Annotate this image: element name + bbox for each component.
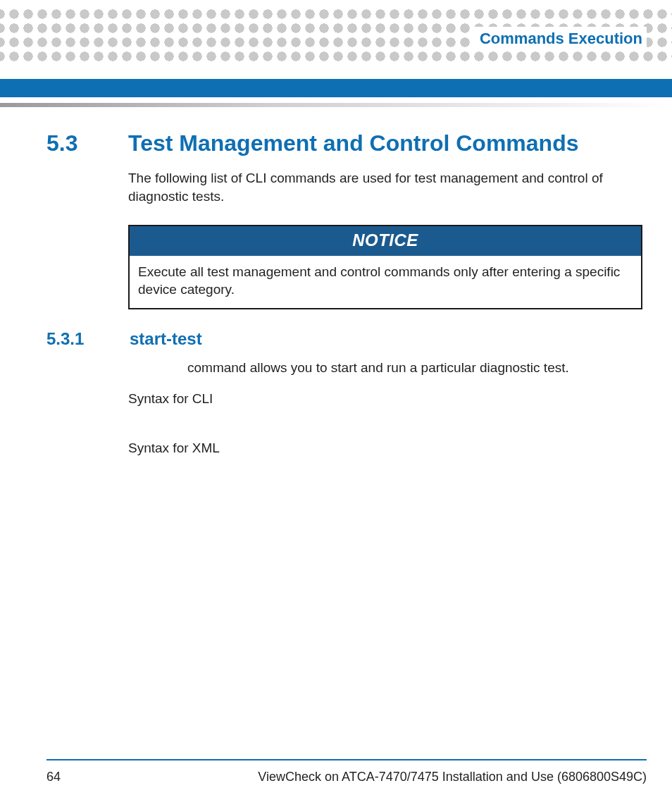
footer: 64 ViewCheck on ATCA-7470/7475 Installat… — [46, 770, 647, 784]
page-number: 64 — [46, 770, 61, 784]
header-blue-bar — [0, 79, 672, 97]
notice-body-text: Execute all test management and control … — [130, 256, 641, 308]
section-body: The following list of CLI commands are u… — [128, 169, 642, 309]
header-gradient-rule — [0, 103, 672, 107]
subsection-title: start-test — [130, 329, 202, 349]
footer-rule — [46, 759, 647, 760]
notice-box: NOTICE Execute all test management and c… — [128, 225, 642, 309]
syntax-cli-label: Syntax for CLI — [128, 391, 642, 407]
subsection-number: 5.3.1 — [46, 329, 101, 349]
notice-header: NOTICE — [130, 226, 641, 256]
syntax-xml-label: Syntax for XML — [128, 441, 642, 456]
subsection-body: command allows you to start and run a pa… — [128, 360, 642, 456]
section-heading: 5.3 Test Management and Control Commands — [46, 130, 642, 156]
section-title: Test Management and Control Commands — [128, 130, 578, 156]
subsection-description: command allows you to start and run a pa… — [187, 360, 642, 376]
section-intro-paragraph: The following list of CLI commands are u… — [128, 169, 642, 205]
subsection-heading: 5.3.1 start-test — [46, 329, 642, 349]
running-header-title: Commands Execution — [473, 27, 647, 51]
content-area: 5.3 Test Management and Control Commands… — [46, 130, 642, 490]
footer-doc-title: ViewCheck on ATCA-7470/7475 Installation… — [258, 770, 647, 784]
section-number: 5.3 — [46, 130, 94, 156]
page: Commands Execution 5.3 Test Management a… — [0, 0, 672, 807]
